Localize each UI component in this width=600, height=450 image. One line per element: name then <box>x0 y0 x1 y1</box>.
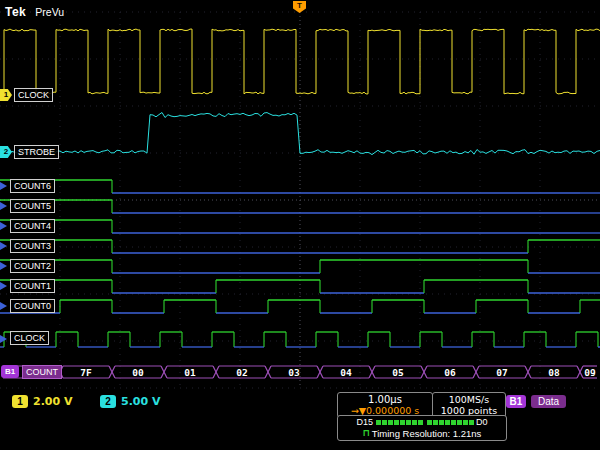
digital-count4-marker[interactable] <box>0 222 7 230</box>
digital-indicator-square <box>418 420 423 425</box>
bus-type-chip: Data <box>531 395 566 408</box>
digital-indicator-square <box>469 420 474 425</box>
timing-resolution-row: ⊓ Timing Resolution: 1.21ns <box>341 428 503 439</box>
digital-indicator-square <box>406 420 411 425</box>
ch1-badge[interactable]: 1 <box>12 395 28 408</box>
ch2-scale: 5.00 V <box>121 395 160 408</box>
bus-label[interactable]: COUNT <box>22 365 62 379</box>
digital-label-count6[interactable]: COUNT6 <box>10 179 55 193</box>
ch1-scale: 2.00 V <box>33 395 72 408</box>
ch2-label[interactable]: STROBE <box>14 145 59 159</box>
digital-indicator-square <box>412 420 417 425</box>
digital-label-count1[interactable]: COUNT1 <box>10 279 55 293</box>
digital-indicator-square <box>400 420 405 425</box>
timing-waveform-icon: ⊓ <box>363 428 370 439</box>
digital-indicator-square <box>376 420 381 425</box>
ch1-readout[interactable]: 1 2.00 V <box>12 395 72 408</box>
digital-clock-marker[interactable] <box>0 335 7 343</box>
acquisition-mode: PreVu <box>35 6 64 18</box>
ch1-label[interactable]: CLOCK <box>14 88 53 102</box>
digital-indicator-square <box>382 420 387 425</box>
digital-indicator-square <box>388 420 393 425</box>
digital-channels-box[interactable]: D15 D0 ⊓ Timing Resolution: 1.21ns <box>337 415 507 441</box>
ch2-badge[interactable]: 2 <box>100 395 116 408</box>
digital-label-count5[interactable]: COUNT5 <box>10 199 55 213</box>
digital-label-count4[interactable]: COUNT4 <box>10 219 55 233</box>
bus-marker-badge[interactable]: B1 <box>1 365 19 378</box>
digital-count0-marker[interactable] <box>0 302 7 310</box>
digital-count6-marker[interactable] <box>0 182 7 190</box>
ch1-position-marker[interactable]: 1 <box>0 89 12 101</box>
digital-indicator-square <box>457 420 462 425</box>
digital-indicator-square <box>463 420 468 425</box>
bus-readout[interactable]: B1 Data <box>506 395 566 408</box>
digital-indicator-square <box>427 420 432 425</box>
digital-indicator-square <box>451 420 456 425</box>
digital-count3-marker[interactable] <box>0 242 7 250</box>
digital-label-count2[interactable]: COUNT2 <box>10 259 55 273</box>
oscilloscope-screen: 7E7F00010203040506070809 12CLOCKSTROBECO… <box>0 0 600 450</box>
timing-resolution: Timing Resolution: 1.21ns <box>372 428 481 439</box>
ch2-readout[interactable]: 2 5.00 V <box>100 395 160 408</box>
digital-label-clock-d[interactable]: CLOCK <box>10 331 49 345</box>
digital-channel-indicators <box>375 420 474 425</box>
digital-label-count3[interactable]: COUNT3 <box>10 239 55 253</box>
bus-badge[interactable]: B1 <box>506 395 526 408</box>
digital-indicator-square <box>439 420 444 425</box>
digital-count2-marker[interactable] <box>0 262 7 270</box>
timebase-readout: 1.00μs <box>341 394 429 405</box>
tek-logo: TekPreVu <box>5 2 64 20</box>
digital-range-low: D0 <box>476 417 488 428</box>
digital-label-count0[interactable]: COUNT0 <box>10 299 55 313</box>
digital-count1-marker[interactable] <box>0 282 7 290</box>
digital-range-row: D15 D0 <box>341 417 503 428</box>
channel-labels-layer: 12CLOCKSTROBECOUNT6COUNT5COUNT4COUNT3COU… <box>0 0 600 390</box>
digital-count5-marker[interactable] <box>0 202 7 210</box>
ch2-position-marker[interactable]: 2 <box>0 146 12 158</box>
digital-indicator-square <box>433 420 438 425</box>
digital-indicator-square <box>445 420 450 425</box>
sample-rate: 100MS/s <box>436 394 502 405</box>
digital-indicator-square <box>394 420 399 425</box>
logo-text: Tek <box>5 5 26 19</box>
digital-range-high: D15 <box>356 417 373 428</box>
